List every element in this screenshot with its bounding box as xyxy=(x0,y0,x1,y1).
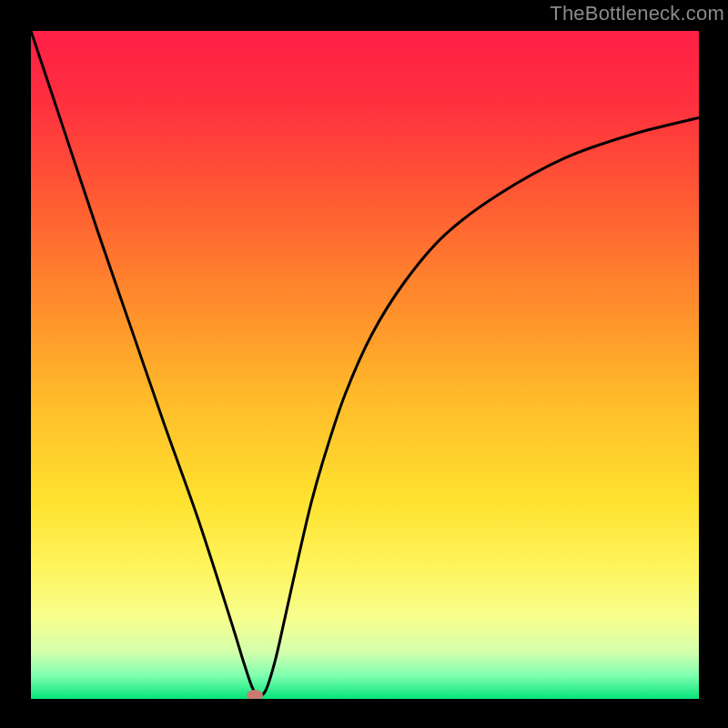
watermark-text: TheBottleneck.com xyxy=(550,2,724,25)
svg-rect-0 xyxy=(31,31,699,699)
heat-gradient xyxy=(31,31,699,699)
chart-frame: TheBottleneck.com xyxy=(0,0,728,728)
plot-area xyxy=(31,31,699,699)
optimum-marker xyxy=(247,690,263,699)
